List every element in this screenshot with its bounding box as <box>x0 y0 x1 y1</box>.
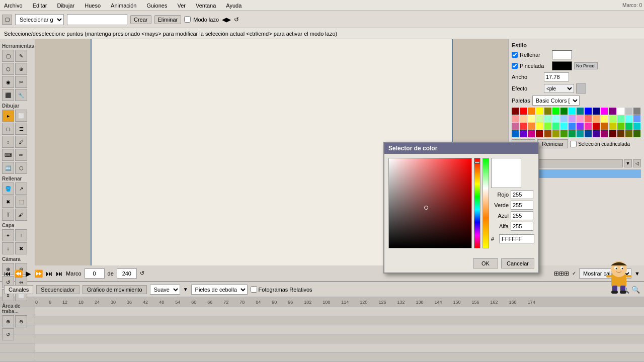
row-3-content[interactable] <box>35 325 644 334</box>
draw-btn-8[interactable]: ✏ <box>15 149 27 161</box>
layer-btn-3[interactable]: ↓ <box>2 242 14 254</box>
tab-grafico[interactable]: Gráfico de movimiento <box>83 285 147 294</box>
palette-color-cell[interactable] <box>528 130 535 137</box>
tool-btn-3[interactable]: ⬡ <box>2 63 14 75</box>
layer-btn-2[interactable]: ↑ <box>15 229 27 241</box>
width-input[interactable] <box>544 72 569 81</box>
fill-btn-1[interactable]: 🪣 <box>2 183 14 195</box>
suave-dropdown[interactable]: Suave <box>150 285 180 295</box>
grid-checkbox[interactable] <box>570 141 577 147</box>
palette-color-cell[interactable] <box>560 130 568 137</box>
menu-archivo[interactable]: Archivo <box>2 2 25 10</box>
palette-color-cell[interactable] <box>617 115 624 122</box>
palette-color-cell[interactable] <box>528 123 535 130</box>
palette-color-cell[interactable] <box>520 115 527 122</box>
palette-color-cell[interactable] <box>633 108 640 115</box>
draw-btn-6[interactable]: 🖊 <box>15 136 27 148</box>
palette-color-cell[interactable] <box>512 130 519 137</box>
palette-color-cell[interactable] <box>528 115 535 122</box>
menu-ventana[interactable]: Ventana <box>194 2 218 10</box>
palette-color-cell[interactable] <box>625 115 632 122</box>
palette-color-cell[interactable] <box>569 115 576 122</box>
palette-color-cell[interactable] <box>536 115 543 122</box>
fill-color-swatch[interactable] <box>552 50 572 59</box>
layer-btn-1[interactable]: + <box>2 229 14 241</box>
palette-color-cell[interactable] <box>560 108 568 115</box>
menu-animacion[interactable]: Animación <box>109 2 138 10</box>
palette-color-cell[interactable] <box>617 130 624 137</box>
palette-color-cell[interactable] <box>617 108 624 115</box>
row-6-content[interactable] <box>35 352 644 361</box>
palette-color-cell[interactable] <box>633 130 640 137</box>
verde-input[interactable] <box>511 201 533 210</box>
palette-color-cell[interactable] <box>585 123 592 130</box>
tab-canales[interactable]: Canales <box>4 285 33 294</box>
palette-color-cell[interactable] <box>544 123 551 130</box>
palette-color-cell[interactable] <box>520 123 527 130</box>
palette-color-cell[interactable] <box>552 123 559 130</box>
color-gradient[interactable] <box>388 158 472 248</box>
palette-color-cell[interactable] <box>633 115 640 122</box>
fotogramas-checkbox[interactable] <box>251 286 257 293</box>
palette-color-cell[interactable] <box>609 115 616 122</box>
palette-dropdown[interactable]: Basic Colors [ <box>532 96 580 106</box>
menu-hueso[interactable]: Hueso <box>83 2 103 10</box>
palette-color-cell[interactable] <box>560 123 568 130</box>
tool-btn-8[interactable]: 🔧 <box>15 89 27 101</box>
draw-btn-1[interactable]: ▸ <box>2 110 14 122</box>
palette-color-cell[interactable] <box>577 108 584 115</box>
draw-btn-7[interactable]: ⌨ <box>2 149 14 161</box>
create-button[interactable]: Crear <box>130 15 151 24</box>
row-5-content[interactable] <box>35 343 644 352</box>
palette-color-cell[interactable] <box>512 115 519 122</box>
fast-forward-button[interactable]: ⏭ <box>46 269 53 278</box>
menu-guiones[interactable]: Guiones <box>144 2 169 10</box>
tool-btn-5[interactable]: ◉ <box>2 76 14 88</box>
draw-btn-3[interactable]: ◻ <box>2 123 14 135</box>
frame-input[interactable] <box>85 268 105 279</box>
lasso-checkbox[interactable] <box>184 16 191 23</box>
palette-color-cell[interactable] <box>520 130 527 137</box>
alpha-bar[interactable] <box>482 158 489 248</box>
palette-color-cell[interactable] <box>569 123 576 130</box>
brush-color-swatch[interactable] <box>552 61 572 70</box>
menu-dibujar[interactable]: Dibujar <box>55 2 76 10</box>
fill-btn-4[interactable]: ⬚ <box>15 196 27 208</box>
palette-color-cell[interactable] <box>585 130 592 137</box>
tab-secuenciador[interactable]: Secuenciador <box>36 285 79 294</box>
palette-color-cell[interactable] <box>593 123 600 130</box>
palette-color-cell[interactable] <box>609 108 616 115</box>
draw-btn-9[interactable]: 🔤 <box>2 162 14 174</box>
select-mode-dropdown[interactable]: Seleccionar g <box>15 14 64 25</box>
palette-color-cell[interactable] <box>512 108 519 115</box>
palette-color-cell[interactable] <box>601 123 608 130</box>
no-brush-button[interactable]: No Pincel <box>574 62 598 69</box>
palette-color-cell[interactable] <box>577 115 584 122</box>
palette-color-cell[interactable] <box>625 108 632 115</box>
palette-color-cell[interactable] <box>625 130 632 137</box>
palette-color-cell[interactable] <box>617 123 624 130</box>
layer-btn-4[interactable]: ✖ <box>15 242 27 254</box>
end-button[interactable]: ⏭ <box>56 269 63 278</box>
palette-color-cell[interactable] <box>544 115 551 122</box>
palette-color-cell[interactable] <box>593 108 600 115</box>
next-frame-button[interactable]: ⏩ <box>34 269 43 278</box>
draw-btn-5[interactable]: ↕ <box>2 136 14 148</box>
pieles-dropdown[interactable]: Pieles de cebolla <box>191 285 248 295</box>
prev-frame-button[interactable]: ⏪ <box>14 269 23 278</box>
palette-color-cell[interactable] <box>552 130 559 137</box>
brush-checkbox[interactable] <box>512 63 518 69</box>
row-4-content[interactable] <box>35 334 644 343</box>
layer-collapse[interactable]: ◁ <box>633 159 641 167</box>
delete-button[interactable]: Eliminar <box>154 15 182 24</box>
tool-btn-6[interactable]: ✂ <box>15 76 27 88</box>
palette-color-cell[interactable] <box>544 108 551 115</box>
row-2-content[interactable] <box>35 316 644 325</box>
tool-btn-1[interactable]: ▢ <box>2 50 14 62</box>
rojo-input[interactable] <box>511 190 533 199</box>
palette-color-cell[interactable] <box>601 130 608 137</box>
color-dialog[interactable]: Selector de color <box>383 142 539 274</box>
azul-input[interactable] <box>511 211 533 220</box>
palette-color-cell[interactable] <box>528 108 535 115</box>
menu-ayuda[interactable]: Ayuda <box>224 2 244 10</box>
